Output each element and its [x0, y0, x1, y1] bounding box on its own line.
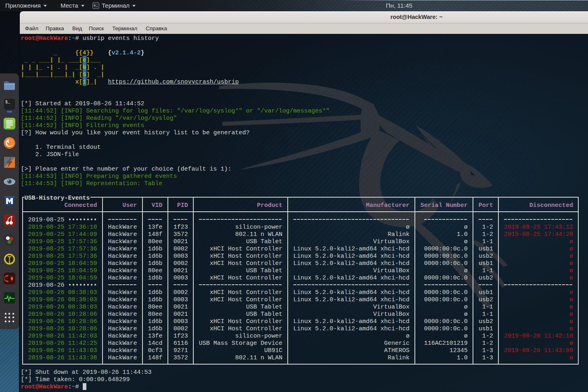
svg-text:$_: $_ — [5, 100, 10, 104]
